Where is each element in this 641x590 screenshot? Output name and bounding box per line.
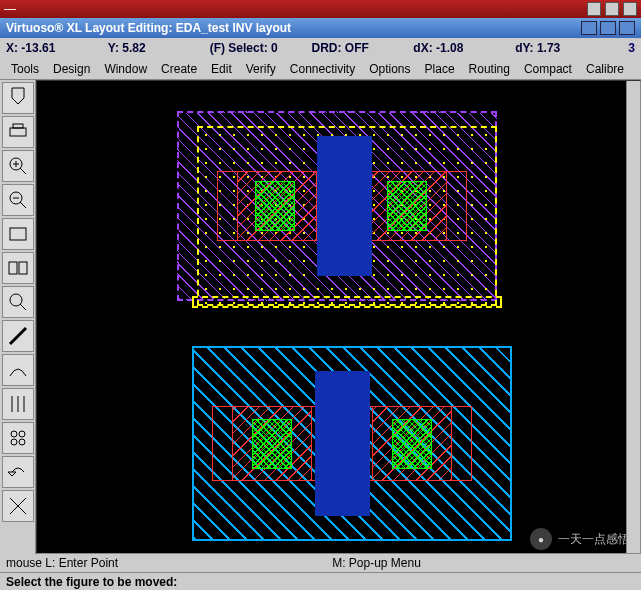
svg-line-14: [10, 328, 26, 344]
menu-calibre[interactable]: Calibre: [579, 59, 631, 79]
svg-point-20: [11, 439, 17, 445]
tool-path-icon[interactable]: [2, 354, 34, 386]
prompt-text: Select the figure to be moved:: [6, 575, 177, 589]
menu-connectivity[interactable]: Connectivity: [283, 59, 362, 79]
canvas-scrollbar-v[interactable]: [626, 81, 640, 553]
svg-point-19: [19, 431, 25, 437]
window-titlebar: Virtuoso® XL Layout Editing: EDA_test IN…: [0, 18, 641, 38]
pmos-contact-right[interactable]: [387, 181, 427, 231]
menu-compact[interactable]: Compact: [517, 59, 579, 79]
svg-line-7: [20, 202, 26, 208]
cmd-count: 3: [628, 41, 635, 55]
svg-rect-0: [10, 128, 26, 136]
tool-save-icon[interactable]: [2, 82, 34, 114]
pmos-contact-left[interactable]: [255, 181, 295, 231]
svg-line-3: [20, 168, 26, 174]
drd-value: OFF: [345, 41, 369, 55]
tool-zoomout-icon[interactable]: [2, 184, 34, 216]
dash-icon: —: [4, 2, 16, 16]
menu-design[interactable]: Design: [46, 59, 97, 79]
menu-place[interactable]: Place: [418, 59, 462, 79]
svg-rect-11: [19, 262, 27, 274]
tool-stretch-icon[interactable]: [2, 252, 34, 284]
select-label: (F) Select:: [210, 41, 268, 55]
mouse-mid-hint: M: Pop-up Menu: [118, 556, 635, 570]
close-icon[interactable]: [619, 21, 635, 35]
winctl-2[interactable]: [605, 2, 619, 16]
dy-value: 1.73: [537, 41, 560, 55]
tool-print-icon[interactable]: [2, 116, 34, 148]
svg-line-13: [20, 304, 26, 310]
coord-status-row: X: -13.61 Y: 5.82 (F) Select: 0 DRD: OFF…: [0, 38, 641, 58]
tool-align-icon[interactable]: [2, 388, 34, 420]
tool-zoomin-icon[interactable]: [2, 150, 34, 182]
y-value: 5.82: [122, 41, 145, 55]
pmos-select[interactable]: [192, 296, 502, 308]
os-topbar: —: [0, 0, 641, 18]
tool-undo-icon[interactable]: [2, 456, 34, 488]
tool-last-icon[interactable]: [2, 490, 34, 522]
left-toolbar: [0, 80, 36, 554]
drd-label: DRD:: [311, 41, 341, 55]
menu-create[interactable]: Create: [154, 59, 204, 79]
mouse-help-row: mouse L: Enter Point M: Pop-up Menu: [0, 554, 641, 572]
watermark: ● 一天一点感悟: [530, 528, 630, 550]
dy-label: dY:: [515, 41, 533, 55]
tool-select-icon[interactable]: [2, 286, 34, 318]
svg-rect-10: [9, 262, 17, 274]
nmos-contact-left[interactable]: [252, 419, 292, 469]
winctl-3[interactable]: [623, 2, 637, 16]
nmos-contact-right[interactable]: [392, 419, 432, 469]
tool-ruler-icon[interactable]: [2, 320, 34, 352]
minimize-icon[interactable]: [581, 21, 597, 35]
menu-tools[interactable]: Tools: [4, 59, 46, 79]
menu-bar: Tools Design Window Create Edit Verify C…: [0, 58, 641, 80]
menu-verify[interactable]: Verify: [239, 59, 283, 79]
pmos-poly[interactable]: [317, 136, 372, 276]
tool-clone-icon[interactable]: [2, 422, 34, 454]
watermark-text: 一天一点感悟: [558, 531, 630, 548]
dx-label: dX:: [413, 41, 432, 55]
menu-edit[interactable]: Edit: [204, 59, 239, 79]
svg-rect-1: [13, 124, 23, 128]
layout-canvas[interactable]: ● 一天一点感悟: [36, 80, 641, 554]
menu-routing[interactable]: Routing: [462, 59, 517, 79]
window-title: Virtuoso® XL Layout Editing: EDA_test IN…: [6, 21, 291, 35]
x-label: X:: [6, 41, 18, 55]
prompt-row: Select the figure to be moved:: [0, 572, 641, 590]
svg-rect-9: [10, 228, 26, 240]
maximize-icon[interactable]: [600, 21, 616, 35]
x-value: -13.61: [21, 41, 55, 55]
menu-window[interactable]: Window: [97, 59, 154, 79]
watermark-avatar-icon: ●: [530, 528, 552, 550]
y-label: Y:: [108, 41, 119, 55]
mouse-left-hint: mouse L: Enter Point: [6, 556, 118, 570]
svg-point-21: [19, 439, 25, 445]
winctl-1[interactable]: [587, 2, 601, 16]
dx-value: -1.08: [436, 41, 463, 55]
tool-fit-icon[interactable]: [2, 218, 34, 250]
menu-options[interactable]: Options: [362, 59, 417, 79]
nmos-poly[interactable]: [315, 371, 370, 516]
select-value: 0: [271, 41, 278, 55]
svg-point-18: [11, 431, 17, 437]
